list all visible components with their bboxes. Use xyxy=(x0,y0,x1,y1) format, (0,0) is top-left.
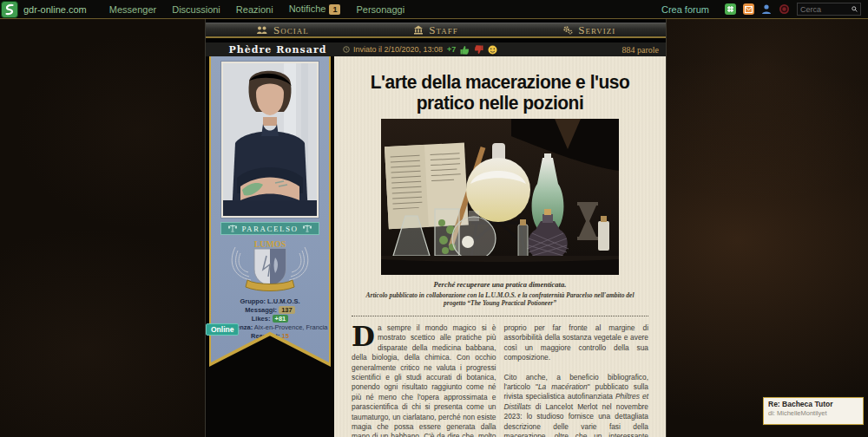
smiley-icon[interactable] xyxy=(488,45,497,55)
character-sidebar: PARACELSO LUMOS xyxy=(206,56,334,437)
logo-swirl-icon xyxy=(4,3,15,16)
avatar[interactable] xyxy=(221,62,319,218)
crea-forum-link[interactable]: Crea forum xyxy=(661,4,709,15)
reactions-count: 15 xyxy=(282,332,289,340)
search-input[interactable] xyxy=(800,5,849,14)
faction-banner-label: PARACELSO xyxy=(241,225,298,233)
site-logo-icon[interactable] xyxy=(1,1,18,18)
notification-popup[interactable]: Re: Bacheca Tutor di: MichelleMontilyet xyxy=(762,396,865,426)
bank-icon xyxy=(413,25,424,35)
gears-icon xyxy=(562,25,573,35)
post-author[interactable]: Phèdre Ronsard xyxy=(213,44,343,55)
content-column: Social Staff Servizi Phèdre Ronsard Invi… xyxy=(205,19,667,437)
article-left-col: Da sempre il mondo magico si è mostrato … xyxy=(352,323,496,437)
right-col-p1: proprio per far fronte al margine di ass… xyxy=(504,323,649,363)
section-tabbar: Social Staff Servizi xyxy=(206,23,666,38)
likes-count: +81 xyxy=(273,315,289,323)
search-icon xyxy=(852,5,858,13)
tab-servizi[interactable]: Servizi xyxy=(512,23,666,36)
image-caption: Perché recuperare una pratica dimenticat… xyxy=(352,280,648,289)
tab-social[interactable]: Social xyxy=(206,23,359,36)
thumbs-down-icon[interactable] xyxy=(474,45,483,55)
people-icon xyxy=(256,26,268,35)
search-box[interactable] xyxy=(797,3,861,16)
forum-grid-icon[interactable] xyxy=(725,3,736,15)
stat-gruppo: Gruppo: L.U.M.O.S. xyxy=(213,297,328,306)
article-right-col: proprio per far fronte al margine di ass… xyxy=(504,323,649,437)
notification-author: di: MichelleMontilyet xyxy=(768,409,858,417)
nav-personaggi[interactable]: Personaggi xyxy=(356,4,420,15)
post-timestamp: Inviato il 2/10/2020, 13:08 xyxy=(343,45,443,54)
scales-icon xyxy=(303,225,312,232)
image-subcaption: Articolo pubblicato in collaborazione co… xyxy=(352,291,648,307)
online-status-badge: Online xyxy=(206,323,239,336)
crest-motto-text: LUMOS xyxy=(254,239,286,249)
nav-notifiche[interactable]: Notifiche1 xyxy=(289,3,357,15)
nav-reazioni[interactable]: Reazioni xyxy=(236,4,289,15)
notifications-badge: 1 xyxy=(329,4,340,15)
site-name[interactable]: gdr-online.com xyxy=(23,4,109,15)
dotted-divider xyxy=(352,316,648,316)
nav-discussioni[interactable]: Discussioni xyxy=(172,4,236,15)
messages-count: 137 xyxy=(279,306,295,314)
tab-social-label: Social xyxy=(273,23,309,37)
nav-messenger[interactable]: Messenger xyxy=(109,4,172,15)
drop-cap: D xyxy=(352,323,378,348)
tab-staff[interactable]: Staff xyxy=(359,23,513,36)
article-title: L'arte della macerazione e l'uso pratico… xyxy=(352,71,648,113)
stat-likes: Likes: +81 xyxy=(213,315,328,323)
notification-title: Re: Bacheca Tutor xyxy=(768,400,858,408)
user-icon[interactable] xyxy=(761,3,772,15)
article-body: Da sempre il mondo magico si è mostrato … xyxy=(352,323,648,437)
profile-ribbon: PARACELSO LUMOS xyxy=(209,56,331,367)
tab-staff-label: Staff xyxy=(429,23,458,37)
thumbs-up-icon[interactable] xyxy=(460,45,470,55)
mail-icon[interactable] xyxy=(743,3,754,15)
top-navbar: gdr-online.com Messenger Discussioni Rea… xyxy=(0,0,868,19)
target-icon[interactable] xyxy=(779,3,790,15)
group-crest: LUMOS xyxy=(225,235,315,296)
scales-icon xyxy=(228,225,237,232)
post-header: Phèdre Ronsard Inviato il 2/10/2020, 13:… xyxy=(206,42,666,56)
article-right-col-p2: Cito anche, a beneficio bibliografico, l… xyxy=(504,373,649,437)
article-paper: L'arte della macerazione e l'uso pratico… xyxy=(334,56,666,437)
portrait-image xyxy=(223,63,317,216)
alchemy-photo xyxy=(381,119,619,275)
word-count: 884 parole xyxy=(622,45,660,55)
tab-servizi-label: Servizi xyxy=(578,23,615,37)
stat-messaggi: Messaggi: 137 xyxy=(213,306,328,315)
faction-banner[interactable]: PARACELSO xyxy=(220,222,319,235)
clock-icon xyxy=(343,46,350,53)
reputation-score: +7 xyxy=(447,45,456,54)
